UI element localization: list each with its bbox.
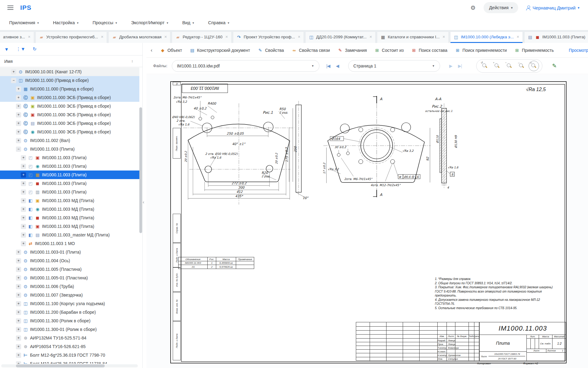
tree-row[interactable]: + IM1000.11.003_master МД (Плита) — [0, 231, 139, 239]
user-menu[interactable]: Чернавчиц Дмитрий — [526, 5, 579, 10]
expand-toggle[interactable]: + — [16, 310, 21, 315]
expand-toggle[interactable]: + — [16, 327, 21, 332]
close-tab-icon[interactable] — [164, 35, 167, 39]
tree-row[interactable]: + IM1000.11.005-01 (Пластина) — [0, 274, 139, 282]
tree-row[interactable]: + Болт М10-6g*25.36.019 ГОСТ 11738-84 — [0, 359, 139, 364]
sort-filter-icon[interactable]: ▼ — [4, 47, 9, 52]
tree-vertical-scrollbar[interactable] — [139, 107, 142, 233]
tree-row[interactable]: − IM1000.11.003 (Плита) — [0, 145, 139, 153]
page-select[interactable]: Страница 1 — [348, 60, 440, 72]
expand-toggle[interactable]: + — [16, 258, 21, 263]
tree-row[interactable]: + IM1000.11.000 ЭСБ (Привод в сборе) — [0, 128, 139, 136]
expand-toggle[interactable]: + — [21, 172, 26, 178]
expand-toggle[interactable]: + — [16, 344, 21, 349]
group-sort-icon[interactable]: ⋮▼ — [16, 46, 25, 52]
object-toolbar-item[interactable]: Замечания — [337, 48, 367, 53]
expand-toggle[interactable]: + — [16, 361, 21, 364]
expand-toggle[interactable]: + — [16, 104, 21, 109]
tree-row[interactable]: + IM1000.11.005 (Пластина) — [0, 265, 139, 274]
tree-row[interactable]: + IM1000.10.001 (Канат 12-ГЛ) — [0, 67, 139, 76]
fit-width-button[interactable]: ↔ — [516, 61, 527, 71]
menu-item[interactable]: Справка — [208, 20, 229, 25]
close-tab-icon[interactable] — [298, 35, 300, 39]
object-toolbar-item[interactable]: Свойства связи — [292, 48, 330, 53]
object-toolbar-item[interactable]: Поиск состава — [411, 48, 447, 53]
expand-toggle[interactable]: + — [16, 353, 21, 358]
edit-annotation-button[interactable] — [552, 63, 557, 69]
object-toolbar-item[interactable]: Применяемость — [514, 48, 554, 53]
expand-toggle[interactable]: + — [16, 138, 21, 143]
tree-row[interactable]: + IM1000.11.000 (Привод в сборе) — [0, 85, 139, 93]
document-tab[interactable]: IM1000.11.003 (Плита) — [525, 32, 588, 43]
zoom-out-button[interactable]: − — [504, 61, 514, 71]
object-toolbar-item[interactable]: Свойства — [258, 48, 284, 53]
expand-toggle[interactable]: + — [21, 241, 26, 246]
expand-toggle[interactable]: + — [16, 275, 21, 281]
object-toolbar-item[interactable]: Объект — [160, 48, 182, 53]
tree-column-header[interactable]: Имя ↑ — [0, 55, 142, 67]
gear-icon[interactable]: ⚙ — [470, 4, 476, 11]
tree-row[interactable]: + IM1000.11.000 ЭСБ (Привод в сборе) — [0, 119, 139, 128]
expand-toggle[interactable]: + — [16, 267, 21, 272]
expand-toggle[interactable]: + — [21, 207, 26, 212]
object-toolbar-item[interactable]: Просмотр — [561, 48, 588, 53]
menu-item[interactable]: Приложения — [9, 20, 39, 25]
expand-toggle[interactable]: + — [16, 284, 21, 289]
tree-horizontal-scrollbar[interactable] — [1, 364, 138, 367]
tree-row[interactable]: + IM1000.11.300-01 (Ролик в сборе) — [0, 325, 139, 334]
collapse-panel-icon[interactable]: ‹ — [143, 199, 144, 205]
menu-item[interactable]: Вид — [182, 20, 194, 25]
expand-toggle[interactable]: − — [16, 147, 21, 152]
panel-splitter[interactable]: ‹ — [143, 43, 146, 368]
file-select[interactable]: IM1000.11.003.idw.pdf — [172, 60, 319, 72]
expand-toggle[interactable]: + — [16, 335, 21, 341]
expand-toggle[interactable]: + — [16, 250, 21, 255]
actions-button[interactable]: Действия — [484, 2, 518, 13]
tree-row[interactable]: + IM1000.11.000 ЭСБ (Привод в сборе) — [0, 110, 139, 119]
tree-row[interactable]: + IM1000.11.003-01 (Плита) — [0, 248, 139, 256]
expand-toggle[interactable]: + — [16, 318, 21, 324]
tree-row[interactable]: + IM1000.11.100 (Корпус узла подъема) — [0, 299, 139, 308]
last-page-button[interactable]: ▶| — [455, 61, 465, 71]
document-tab[interactable]: Редуктор - 1Ц2У-160 — [172, 32, 231, 43]
expand-toggle[interactable]: + — [16, 301, 21, 306]
expand-toggle[interactable]: + — [21, 224, 26, 229]
hamburger-menu-icon[interactable] — [7, 6, 13, 10]
expand-toggle[interactable]: + — [21, 155, 26, 160]
menu-item[interactable]: Экспорт/Импорт — [131, 20, 168, 25]
tree-row[interactable]: + IM1000.11.003 МД (Плита) — [0, 205, 139, 213]
expand-toggle[interactable]: + — [16, 95, 21, 100]
close-tab-icon[interactable] — [369, 35, 372, 39]
expand-toggle[interactable]: + — [21, 232, 26, 238]
expand-toggle[interactable]: + — [21, 164, 26, 169]
tree-row[interactable]: + IM1000.11.003 МД (Плита) — [0, 213, 139, 222]
tree-row[interactable]: + IM1000.11.003 (Плита) — [0, 179, 139, 188]
tree-row[interactable]: + IM1000.11.003 МД (Плита) — [0, 196, 139, 205]
expand-toggle[interactable]: + — [21, 190, 26, 195]
close-tab-icon[interactable] — [225, 35, 228, 39]
menu-item[interactable]: Процессы — [92, 20, 117, 25]
expand-toggle[interactable]: + — [16, 121, 21, 126]
close-tab-icon[interactable] — [101, 35, 104, 39]
document-tab[interactable]: Дробилка молотковая — [109, 32, 170, 43]
tree-row[interactable]: + IM1000.11.003 (Плита) — [0, 188, 139, 196]
expand-toggle[interactable]: + — [21, 181, 26, 186]
document-tab[interactable]: ДД20.01-2099 (Коммутат... — [306, 32, 375, 43]
menu-item[interactable]: Настройка — [53, 20, 78, 25]
tree-row[interactable]: + IM1000.11.000 ЭСБ (Привод в сборе) — [0, 93, 139, 102]
zoom-in-button[interactable]: + — [492, 61, 502, 71]
tree-row[interactable]: + IM1000.11.002 (Вал) — [0, 136, 139, 145]
document-tab[interactable]: Устройство профилесгиб... — [36, 32, 107, 43]
tree-row[interactable]: + IM1000.11.007 (Звездочка) — [0, 291, 139, 299]
document-tab[interactable]: ативное з... — [0, 32, 34, 43]
fit-page-button[interactable]: ▭ — [529, 61, 539, 71]
tree-row[interactable]: + АИР160S4 ТУ16-526.621-85 — [0, 342, 139, 351]
tree-row[interactable]: + IM1000.11.003 (Плита) — [0, 153, 139, 162]
tree-row[interactable]: + IM1000.11.006 (Труба) — [0, 282, 139, 291]
expand-toggle[interactable]: + — [11, 69, 16, 75]
tree-row[interactable]: + Болт М12-6g*25.36.019 ГОСТ 7798-70 — [0, 351, 139, 359]
expand-toggle[interactable]: + — [21, 215, 26, 220]
expand-toggle[interactable]: + — [16, 293, 21, 298]
tree-row[interactable]: + IM1000.11.003 (Плита) — [0, 162, 139, 171]
close-tab-icon[interactable] — [28, 35, 31, 39]
